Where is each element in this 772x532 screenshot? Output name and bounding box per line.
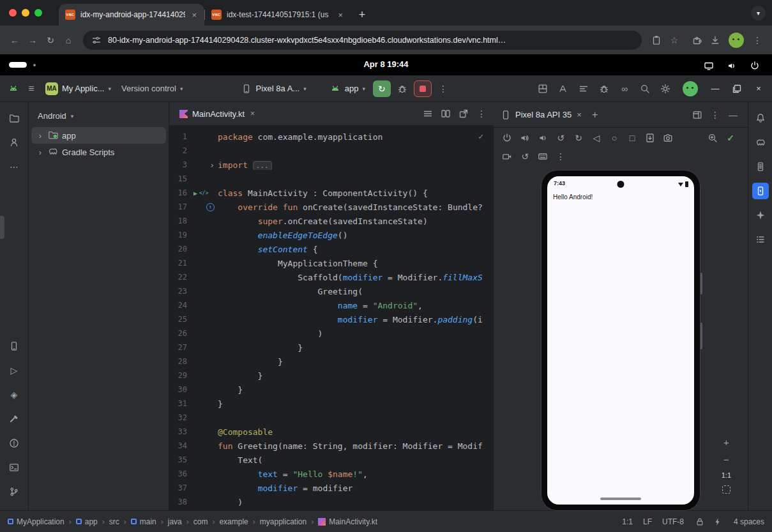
code-line[interactable]: 38 ) — [169, 495, 494, 509]
code-line[interactable]: 22 Scaffold(modifier = Modifier.fillMaxS — [169, 270, 494, 284]
rename-icon[interactable] — [555, 80, 571, 97]
code-text[interactable]: package com.example.myapplication — [218, 132, 494, 142]
tree-item-gradle-scripts[interactable]: ›Gradle Scripts — [31, 144, 166, 160]
code-text[interactable]: modifier = modifier — [218, 483, 494, 493]
code-text[interactable]: } — [218, 385, 494, 395]
line-number[interactable]: 35 — [169, 455, 192, 464]
volume-icon[interactable] — [723, 57, 740, 74]
code-line[interactable]: 37 modifier = modifier — [169, 481, 494, 495]
code-line[interactable]: 27 } — [169, 340, 494, 354]
home-icon[interactable]: ⌂ — [60, 32, 77, 49]
line-number[interactable]: 31 — [169, 399, 192, 408]
code-line[interactable]: 31} — [169, 397, 494, 411]
run-gutter-icon[interactable]: ▶ — [193, 190, 197, 197]
screen-record-icon[interactable] — [499, 148, 515, 165]
device-manager-icon[interactable] — [6, 338, 22, 354]
bookmark-icon[interactable]: ☆ — [666, 32, 683, 49]
input-icon[interactable] — [534, 148, 551, 165]
ide-profile-avatar[interactable] — [683, 81, 698, 96]
code-line[interactable]: 34fun Greeting(name: String, modifier: M… — [169, 439, 494, 453]
code-text[interactable]: enableEdgeToEdge() — [218, 231, 494, 240]
extensions-icon[interactable] — [689, 32, 706, 49]
version-control-icon[interactable] — [6, 483, 22, 500]
code-line[interactable]: 26 ) — [169, 326, 494, 340]
code-line[interactable]: 35 Text( — [169, 453, 494, 467]
gutter[interactable]: › — [192, 160, 218, 170]
gutter[interactable]: ↑ — [192, 203, 218, 211]
chevron-right-icon[interactable]: › — [36, 148, 44, 157]
browser-tab[interactable]: VNCidx-test-1744140517915:1 (us× — [205, 4, 351, 26]
volume-up-icon[interactable] — [517, 130, 533, 146]
kebab-icon[interactable]: ⋮ — [552, 148, 569, 165]
lock-icon[interactable] — [694, 516, 706, 528]
line-number[interactable]: 36 — [169, 469, 192, 478]
search-icon[interactable] — [637, 80, 653, 97]
kebab-icon[interactable]: ⋮ — [473, 105, 490, 122]
ui-check-icon[interactable]: ✓ — [722, 130, 739, 146]
browser-tab[interactable]: VNCidx-my-android-app-1744140290428× — [59, 4, 204, 26]
close-icon[interactable]: × — [750, 80, 767, 97]
settings-icon[interactable] — [657, 80, 674, 97]
line-number[interactable]: 27 — [169, 343, 192, 352]
gemini-icon[interactable] — [752, 207, 769, 224]
hide-icon[interactable]: — — [725, 107, 741, 123]
code-line[interactable]: 25 modifier = Modifier.padding(i — [169, 312, 494, 326]
code-text[interactable]: } — [218, 371, 494, 381]
layout-icon[interactable] — [689, 107, 706, 123]
file-encoding[interactable]: UTF-8 — [662, 517, 684, 526]
zoom-in-button[interactable]: + — [723, 437, 729, 448]
tool-window-handle[interactable] — [0, 216, 4, 239]
code-text[interactable]: setContent { — [218, 245, 494, 254]
overview-icon[interactable]: □ — [624, 130, 640, 146]
code-line[interactable]: 33@Composable — [169, 425, 494, 439]
line-number[interactable]: 26 — [169, 329, 192, 338]
terminal-icon[interactable] — [6, 459, 22, 476]
app-inspection-icon[interactable] — [596, 80, 612, 97]
code-area[interactable]: ✓ 1package com.example.myapplication23›i… — [169, 126, 494, 510]
snapshot-icon[interactable] — [642, 130, 658, 146]
device-frame[interactable]: 7:43 Hello Android! — [541, 170, 700, 511]
running-devices-icon[interactable] — [752, 183, 769, 199]
line-number[interactable]: 32 — [169, 413, 192, 422]
line-number[interactable]: 20 — [169, 245, 192, 254]
gradle-icon[interactable] — [752, 134, 769, 151]
float-icon[interactable] — [455, 105, 472, 122]
code-text[interactable]: Text( — [218, 455, 494, 465]
device-selector[interactable]: Pixel 8a A... ▾ — [236, 80, 311, 97]
url-bar[interactable]: 80-idx-my-android-app-1744140290428.clus… — [83, 31, 642, 50]
line-number[interactable]: 28 — [169, 357, 192, 366]
build-icon[interactable] — [6, 411, 22, 427]
breadcrumb-item[interactable]: src — [109, 517, 119, 526]
power-icon[interactable] — [499, 130, 515, 146]
profile-avatar[interactable] — [729, 33, 744, 48]
line-number[interactable]: 18 — [169, 217, 192, 225]
line-number[interactable]: 24 — [169, 301, 192, 310]
run-icon[interactable]: ▷ — [6, 362, 22, 379]
code-line[interactable]: 3›import ... — [169, 158, 494, 172]
minimize-window-button[interactable] — [22, 9, 29, 17]
kebab-icon[interactable]: ⋮ — [707, 107, 723, 123]
breadcrumb-item[interactable]: main — [131, 517, 156, 526]
code-text[interactable]: } — [218, 399, 494, 409]
line-number[interactable]: 22 — [169, 273, 192, 282]
code-line[interactable]: 19 enableEdgeToEdge() — [169, 228, 494, 242]
chevron-right-icon[interactable]: › — [36, 131, 44, 141]
project-view-selector[interactable]: Android ▾ — [29, 109, 169, 127]
resource-manager-icon[interactable] — [6, 134, 22, 151]
line-number[interactable]: 3 — [169, 160, 192, 169]
zoom-out-button[interactable]: − — [723, 454, 729, 465]
line-separator[interactable]: LF — [643, 517, 652, 526]
breadcrumb-item[interactable]: myapplication — [260, 517, 307, 526]
breadcrumb-item[interactable]: MyApplication — [8, 517, 64, 526]
vcs-widget[interactable]: Version control ▾ — [117, 81, 188, 96]
clipboard-icon[interactable] — [648, 32, 665, 49]
maximize-icon[interactable] — [729, 80, 745, 97]
code-text[interactable]: class MainActivity : ComponentActivity()… — [218, 188, 494, 198]
stop-button[interactable] — [414, 80, 432, 97]
line-number[interactable]: 23 — [169, 287, 192, 296]
run-more-icon[interactable]: ⋮ — [435, 80, 451, 97]
tab-close-icon[interactable]: × — [190, 10, 198, 20]
forward-icon[interactable]: → — [24, 32, 41, 49]
browser-menu-icon[interactable]: ⋮ — [749, 32, 766, 49]
editor-tab-mainactivity[interactable]: MainActivity.kt × — [173, 102, 262, 125]
